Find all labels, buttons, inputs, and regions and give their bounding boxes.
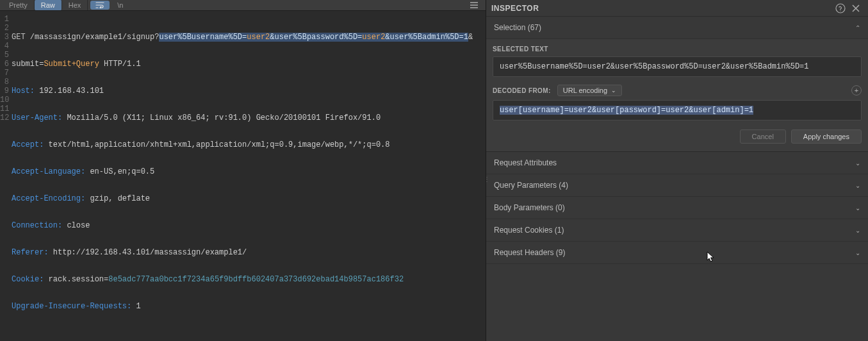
request-editor-pane: Pretty Raw Hex \n 123456 789101112 GET /… [0,0,486,341]
decoded-text-value: user[username]=user2&user[password]=user… [500,106,753,115]
selection-button-row: Cancel Apply changes [493,127,862,145]
selection-section-title: Selection (67) [494,23,855,32]
chevron-down-icon: ⌄ [855,160,860,167]
pane-divider[interactable]: ⋮ [486,0,486,341]
chevron-down-icon: ⌄ [855,204,860,212]
chevron-down-icon: ⌄ [611,87,616,94]
hamburger-icon[interactable] [465,1,483,10]
inspector-pane: INSPECTOR Selection (67) ⌃ SELECTED TEXT… [486,0,868,341]
body-parameters-label: Body Parameters (0) [494,203,855,212]
apply-changes-button[interactable]: Apply changes [791,129,862,144]
close-icon[interactable] [850,3,862,14]
request-attributes-section[interactable]: Request Attributes ⌄ [486,152,868,174]
wrap-lines-icon[interactable] [90,1,110,10]
chevron-down-icon: ⌄ [855,227,860,234]
svg-point-0 [836,4,845,13]
tab-raw[interactable]: Raw [35,0,62,10]
tab-hex[interactable]: Hex [62,0,88,10]
body-parameters-section[interactable]: Body Parameters (0) ⌄ [486,197,868,219]
decode-type-dropdown[interactable]: URL encoding ⌄ [557,85,622,96]
inspector-header: INSPECTOR [486,0,868,17]
inspector-title: INSPECTOR [491,4,831,13]
selected-text-label: SELECTED TEXT [493,46,862,53]
selection-section-header[interactable]: Selection (67) ⌃ [486,17,868,39]
decode-type-value: URL encoding [563,87,607,94]
query-parameters-label: Query Parameters (4) [494,181,855,190]
chevron-down-icon: ⌄ [855,249,860,256]
drag-handle-icon[interactable]: ⋮ [484,178,490,181]
add-decode-icon[interactable]: + [851,85,862,96]
decoded-from-label: DECODED FROM: [493,87,551,94]
request-attributes-label: Request Attributes [494,158,855,167]
line-gutter: 123456 789101112 [0,15,12,341]
code-content[interactable]: GET /massassign/example1/signup?user%5Bu… [12,15,486,341]
query-parameters-section[interactable]: Query Parameters (4) ⌄ [486,174,868,197]
cancel-button[interactable]: Cancel [740,129,786,144]
decoded-from-row: DECODED FROM: URL encoding ⌄ + [493,85,862,96]
chevron-down-icon: ⌄ [855,182,860,189]
code-area[interactable]: 123456 789101112 GET /massassign/example… [0,11,486,341]
view-tab-bar: Pretty Raw Hex \n [0,0,486,11]
show-newlines-icon[interactable]: \n [112,0,128,10]
selection-section-body: SELECTED TEXT user%5Busername%5D=user2&u… [486,39,868,152]
decoded-text-box[interactable]: user[username]=user2&user[password]=user… [493,100,862,121]
chevron-up-icon: ⌃ [855,24,860,31]
request-cookies-label: Request Cookies (1) [494,226,855,235]
tab-pretty[interactable]: Pretty [3,0,35,10]
selected-text-box[interactable]: user%5Busername%5D=user2&user%5Bpassword… [493,56,862,77]
request-headers-label: Request Headers (9) [494,248,855,257]
help-icon[interactable] [835,3,846,14]
request-headers-section[interactable]: Request Headers (9) ⌄ [486,242,868,264]
request-cookies-section[interactable]: Request Cookies (1) ⌄ [486,219,868,242]
